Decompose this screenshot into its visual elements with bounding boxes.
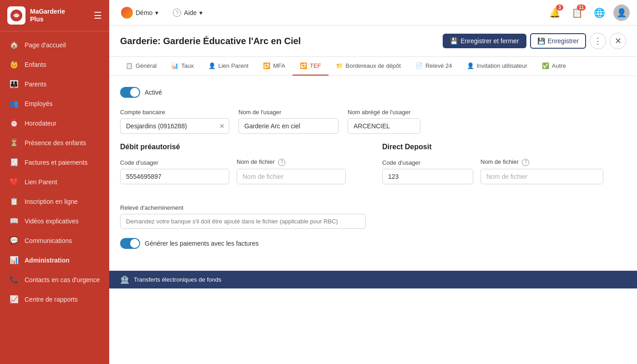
- sidebar-item-rapports[interactable]: 📈 Centre de rapports: [0, 289, 109, 309]
- hourglass-icon: ⏳: [9, 138, 19, 147]
- debit-code-label: Code d'usager: [120, 159, 229, 166]
- sidebar-item-presence[interactable]: ⏳ Présence des enfants: [0, 133, 109, 152]
- sidebar-item-administration[interactable]: 📊 Administration: [0, 250, 109, 270]
- save-close-button[interactable]: 💾 Enregistrer et fermer: [443, 34, 526, 48]
- topbar-right: 🔔 3 📋 11 🌐 👤: [546, 5, 630, 21]
- deposit-title: Direct Deposit: [382, 143, 626, 151]
- account-row: Compte bancaire ✕ Nom de l'usager Nom ab…: [120, 109, 626, 134]
- releve24-tab-icon: 📄: [415, 62, 423, 69]
- releve-row: Relevé d'acheminement: [120, 204, 626, 229]
- generer-toggle[interactable]: [120, 238, 140, 249]
- invitation-tab-icon: 👤: [467, 62, 474, 69]
- debit-fichier-group: Nom de fichier ?: [237, 158, 346, 184]
- sidebar-item-inscription[interactable]: 📋 Inscription en ligne: [0, 192, 109, 211]
- aide-chevron-icon: ▾: [199, 9, 202, 16]
- tab-tef[interactable]: 🔁 TEF: [293, 57, 329, 76]
- globe-button[interactable]: 🌐: [591, 5, 608, 21]
- deposit-form-row: Code d'usager Nom de fichier ?: [382, 158, 626, 184]
- debit-form-row: Code d'usager Nom de fichier ?: [120, 158, 364, 184]
- heart-icon: ❤️: [9, 177, 19, 186]
- tab-autre[interactable]: ✅ Autre: [535, 57, 573, 76]
- sidebar-item-communications[interactable]: 💬 Communications: [0, 231, 109, 250]
- deposit-fichier-help-icon[interactable]: ?: [522, 159, 529, 166]
- page-content: Garderie: Garderie Éducative l'Arc en Ci…: [109, 25, 637, 364]
- nom-abrege-group: Nom abrégé de l'usager: [348, 109, 420, 134]
- demo-button[interactable]: Démo ▾: [116, 4, 163, 21]
- sidebar-item-enfants[interactable]: 👶 Enfants: [0, 55, 109, 74]
- demo-chevron-icon: ▾: [155, 9, 158, 16]
- releve-input[interactable]: [120, 214, 366, 229]
- tab-bordereaux[interactable]: 📁 Bordereaux de dépôt: [329, 57, 408, 76]
- active-toggle[interactable]: [120, 87, 140, 98]
- deposit-fichier-input[interactable]: [480, 169, 603, 184]
- record-title: Garderie: Garderie Éducative l'Arc en Ci…: [120, 36, 301, 46]
- sidebar-item-employes[interactable]: 👥 Employés: [0, 94, 109, 113]
- compte-bancaire-clear[interactable]: ✕: [217, 121, 227, 131]
- bordereaux-tab-icon: 📁: [336, 62, 343, 69]
- avatar[interactable]: 👤: [613, 5, 630, 21]
- hamburger-button[interactable]: ☰: [94, 10, 102, 21]
- sidebar-nav: 🏠 Page d'accueil 👶 Enfants 👨‍👩‍👧 Parents…: [0, 31, 109, 313]
- tab-lien-parent[interactable]: 👤 Lien Parent: [201, 57, 256, 76]
- close-button[interactable]: ✕: [610, 33, 626, 49]
- app-name: MaGarderie Plus: [30, 8, 65, 23]
- reports-icon: 📈: [9, 295, 19, 303]
- tef-form: Activé Compte bancaire ✕ Nom de l'usager…: [109, 76, 637, 271]
- active-label: Activé: [145, 89, 162, 96]
- tabs: 📋 Général 📊 Taux 👤 Lien Parent 🔁 MFA 🔁 T…: [109, 57, 637, 76]
- record-header: Garderie: Garderie Éducative l'Arc en Ci…: [109, 25, 637, 57]
- employees-icon: 👥: [9, 99, 19, 108]
- sidebar-item-videos[interactable]: 📖 Vidéos explicatives: [0, 211, 109, 231]
- active-toggle-row: Activé: [120, 87, 626, 98]
- taux-tab-icon: 📊: [171, 62, 178, 69]
- releve-label: Relevé d'acheminement: [120, 204, 626, 211]
- save-icon: 💾: [537, 37, 545, 45]
- messages-button[interactable]: 📋 11: [569, 5, 586, 21]
- tab-taux[interactable]: 📊 Taux: [164, 57, 201, 76]
- topbar: Démo ▾ ? Aide ▾ 🔔 3 📋 11 🌐 👤: [109, 0, 637, 25]
- baby-icon: 👶: [9, 60, 19, 69]
- mfa-tab-icon: 🔁: [263, 62, 270, 69]
- nom-usager-label: Nom de l'usager: [238, 109, 339, 116]
- sidebar-item-lien-parent[interactable]: ❤️ Lien Parent: [0, 172, 109, 192]
- notification-badge: 3: [556, 5, 563, 10]
- save-button[interactable]: 💾 Enregistrer: [530, 33, 586, 49]
- sidebar-item-horodateur[interactable]: ⏰ Horodateur: [0, 113, 109, 133]
- debit-title: Débit préautorisé: [120, 143, 364, 151]
- sidebar-item-contacts[interactable]: 📞 Contacts en cas d'urgence: [0, 270, 109, 289]
- nom-abrege-label: Nom abrégé de l'usager: [348, 109, 420, 116]
- deposit-section: Direct Deposit Code d'usager Nom de fich…: [382, 143, 626, 193]
- tab-general[interactable]: 📋 Général: [118, 57, 164, 76]
- more-options-button[interactable]: ⋮: [590, 33, 606, 49]
- chart-icon: 📊: [9, 256, 19, 264]
- clock-icon: ⏰: [9, 119, 19, 127]
- tab-invitation[interactable]: 👤 Invitation utilisateur: [460, 57, 535, 76]
- record-actions: 💾 Enregistrer et fermer 💾 Enregistrer ⋮ …: [443, 33, 626, 49]
- tab-releve24[interactable]: 📄 Relevé 24: [408, 57, 460, 76]
- notifications-button[interactable]: 🔔 3: [546, 5, 563, 21]
- tab-mfa[interactable]: 🔁 MFA: [256, 57, 293, 76]
- sidebar: MaGarderie Plus ☰ 🏠 Page d'accueil 👶 Enf…: [0, 0, 109, 364]
- deposit-code-input[interactable]: [382, 169, 473, 184]
- topbar-left: Démo ▾ ? Aide ▾: [116, 4, 207, 21]
- sidebar-item-accueil[interactable]: 🏠 Page d'accueil: [0, 35, 109, 55]
- debit-fichier-input[interactable]: [237, 169, 346, 184]
- two-sections: Débit préautorisé Code d'usager Nom de f…: [120, 143, 626, 193]
- aide-button[interactable]: ? Aide ▾: [168, 6, 207, 20]
- compte-bancaire-group: Compte bancaire ✕: [120, 109, 229, 134]
- sidebar-item-factures[interactable]: 🧾 Factures et paiements: [0, 152, 109, 172]
- home-icon: 🏠: [9, 40, 19, 49]
- compte-bancaire-label: Compte bancaire: [120, 109, 229, 116]
- debit-fichier-help-icon[interactable]: ?: [278, 159, 285, 166]
- compte-bancaire-input[interactable]: [120, 118, 229, 134]
- footer-bar: 🏦 Transferts électroniques de fonds: [109, 271, 637, 288]
- family-icon: 👨‍👩‍👧: [9, 80, 19, 88]
- help-circle-icon: ?: [173, 9, 181, 17]
- nom-abrege-input[interactable]: [348, 118, 420, 134]
- debit-code-input[interactable]: [120, 169, 229, 184]
- sidebar-item-parents[interactable]: 👨‍👩‍👧 Parents: [0, 74, 109, 94]
- tef-tab-icon: 🔁: [300, 62, 307, 69]
- autre-tab-icon: ✅: [542, 62, 549, 69]
- deposit-code-group: Code d'usager: [382, 159, 473, 184]
- nom-usager-input[interactable]: [238, 118, 339, 134]
